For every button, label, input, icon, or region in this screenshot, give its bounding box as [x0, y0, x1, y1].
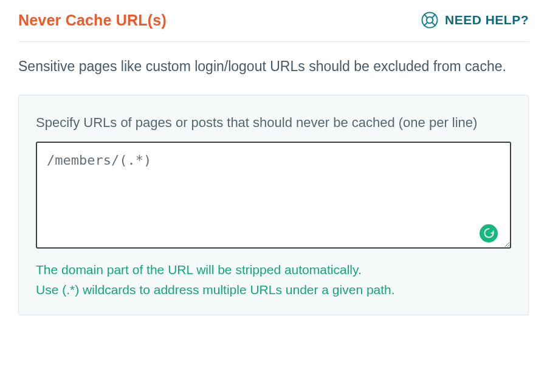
section-title: Never Cache URL(s) — [18, 12, 167, 29]
hint-line-2: Use (.*) wildcards to address multiple U… — [36, 280, 511, 300]
svg-point-1 — [427, 17, 433, 24]
svg-line-3 — [432, 14, 436, 18]
never-cache-urls-textarea[interactable] — [36, 142, 511, 249]
need-help-link[interactable]: NEED HELP? — [421, 11, 529, 29]
hint-line-1: The domain part of the URL will be strip… — [36, 260, 511, 280]
field-hint: The domain part of the URL will be strip… — [36, 260, 511, 300]
lifebuoy-icon — [421, 11, 439, 29]
svg-line-4 — [424, 22, 427, 26]
field-label: Specify URLs of pages or posts that shou… — [36, 112, 511, 133]
svg-line-2 — [424, 14, 427, 18]
svg-line-5 — [432, 22, 436, 26]
textarea-wrapper — [36, 142, 511, 251]
need-help-label: NEED HELP? — [445, 13, 529, 27]
section-description: Sensitive pages like custom login/logout… — [18, 55, 529, 78]
section-header: Never Cache URL(s) NEED HELP? — [18, 11, 529, 42]
never-cache-panel: Specify URLs of pages or posts that shou… — [18, 95, 529, 315]
